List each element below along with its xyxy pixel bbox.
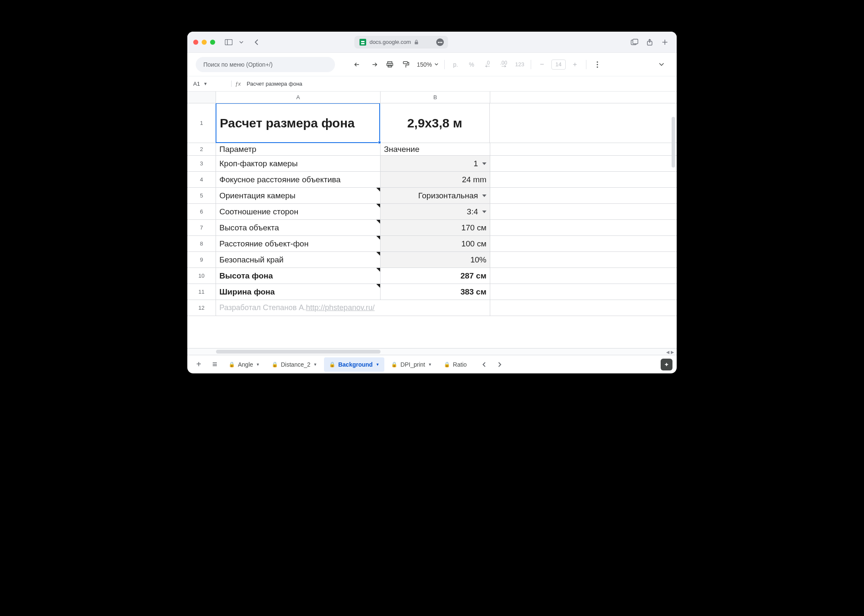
cell-A12[interactable]: Разработал Степанов А. http://phstepanov… xyxy=(216,300,490,316)
cell-A4[interactable]: Фокусное расстояние объектива xyxy=(216,172,381,187)
cell-A5[interactable]: Ориентация камеры xyxy=(216,188,381,203)
row-header[interactable]: 7 xyxy=(187,220,216,235)
chevron-down-icon[interactable] xyxy=(482,211,486,213)
select-all-corner[interactable] xyxy=(187,92,216,103)
tabs-overview-icon[interactable] xyxy=(629,37,640,48)
cell-B1[interactable]: 2,9x3,8 м xyxy=(380,103,490,143)
cell-A11[interactable]: Ширина фона xyxy=(216,284,381,300)
cell-B10[interactable]: 287 см xyxy=(381,268,490,284)
cell-B9[interactable]: 10% xyxy=(381,252,490,267)
percent-button[interactable]: % xyxy=(465,58,478,71)
new-tab-button[interactable] xyxy=(659,37,671,48)
row-header[interactable]: 1 xyxy=(187,103,216,143)
row-header[interactable]: 10 xyxy=(187,268,216,284)
font-size-decrease[interactable]: − xyxy=(535,58,549,71)
sheet-tab-background[interactable]: 🔒 Background ▼ xyxy=(324,357,385,372)
print-button[interactable] xyxy=(383,58,397,71)
chevron-down-icon[interactable] xyxy=(238,37,245,48)
scrollbar-thumb[interactable] xyxy=(216,350,381,354)
chevron-down-icon[interactable]: ▼ xyxy=(428,362,432,367)
vertical-scrollbar[interactable] xyxy=(672,116,676,340)
chevron-down-icon[interactable] xyxy=(482,162,486,165)
undo-button[interactable] xyxy=(351,58,364,71)
cell-B3[interactable]: 1 xyxy=(381,156,490,171)
scroll-arrows[interactable]: ◀ ▶ xyxy=(666,349,674,355)
sheet-tab-ratio[interactable]: 🔒 Ratio xyxy=(439,357,472,372)
column-header-B[interactable]: B xyxy=(381,92,490,103)
chevron-down-icon[interactable]: ▼ xyxy=(313,362,317,367)
row-header[interactable]: 5 xyxy=(187,188,216,203)
note-indicator-icon[interactable] xyxy=(376,204,380,208)
lock-icon: 🔒 xyxy=(444,362,450,367)
redo-button[interactable] xyxy=(367,58,381,71)
number-format-button[interactable]: 123 xyxy=(513,58,526,71)
close-window-button[interactable] xyxy=(193,40,198,45)
all-sheets-button[interactable]: ≡ xyxy=(208,357,222,372)
more-options-button[interactable] xyxy=(591,58,604,71)
add-sheet-button[interactable]: + xyxy=(192,357,206,372)
cell-A7[interactable]: Высота объекта xyxy=(216,220,381,235)
note-indicator-icon[interactable] xyxy=(376,284,380,288)
note-indicator-icon[interactable] xyxy=(376,268,380,272)
sheet-tab-dpi[interactable]: 🔒 DPI_print ▼ xyxy=(386,357,437,372)
scroll-tabs-right[interactable] xyxy=(493,357,507,372)
back-button[interactable] xyxy=(251,37,262,48)
cell-B7[interactable]: 170 см xyxy=(381,220,490,235)
fullscreen-window-button[interactable] xyxy=(210,40,215,45)
minimize-window-button[interactable] xyxy=(202,40,207,45)
row-header[interactable]: 2 xyxy=(187,143,216,155)
google-sheets-icon xyxy=(359,39,366,46)
scrollbar-thumb[interactable] xyxy=(672,117,675,168)
formula-content[interactable]: Расчет размера фона xyxy=(244,81,302,87)
row-header[interactable]: 9 xyxy=(187,252,216,267)
cell-A9[interactable]: Безопасный край xyxy=(216,252,381,267)
increase-decimal-button[interactable]: .00 xyxy=(497,58,510,71)
chevron-down-icon[interactable] xyxy=(482,195,486,197)
row-header[interactable]: 4 xyxy=(187,172,216,187)
zoom-selector[interactable]: 150% xyxy=(415,61,440,68)
row-header[interactable]: 6 xyxy=(187,204,216,219)
sheet-tab-distance[interactable]: 🔒 Distance_2 ▼ xyxy=(267,357,322,372)
note-indicator-icon[interactable] xyxy=(376,252,380,256)
cell-B5[interactable]: Горизонтальная xyxy=(381,188,490,203)
cell-A6[interactable]: Соотношение сторон xyxy=(216,204,381,219)
note-indicator-icon[interactable] xyxy=(376,220,380,224)
cell-B4[interactable]: 24 mm xyxy=(381,172,490,187)
note-indicator-icon[interactable] xyxy=(376,236,380,240)
cell-A2[interactable]: Параметр xyxy=(216,143,381,155)
cell-A10[interactable]: Высота фона xyxy=(216,268,381,284)
credit-link[interactable]: http://phstepanov.ru/ xyxy=(306,303,375,312)
sidebar-icon[interactable] xyxy=(223,37,235,48)
menu-search[interactable]: Поиск по меню (Option+/) xyxy=(196,57,335,72)
chevron-down-icon[interactable]: ▼ xyxy=(256,362,260,367)
address-bar[interactable]: docs.google.com ••• xyxy=(354,36,448,49)
collapse-toolbar-button[interactable] xyxy=(655,58,668,71)
reader-button[interactable]: ••• xyxy=(436,38,444,46)
cell-B8[interactable]: 100 см xyxy=(381,236,490,251)
row-header[interactable]: 3 xyxy=(187,156,216,171)
currency-button[interactable]: р. xyxy=(449,58,462,71)
cell-A1[interactable]: Расчет размера фона xyxy=(216,103,380,143)
horizontal-scrollbar[interactable]: ◀ ▶ xyxy=(187,348,677,355)
sheet-tab-angle[interactable]: 🔒 Angle ▼ xyxy=(224,357,265,372)
cell-B6[interactable]: 3:4 xyxy=(381,204,490,219)
column-header-A[interactable]: A xyxy=(216,92,381,103)
explore-button[interactable]: ✦ xyxy=(661,359,672,370)
font-size-increase[interactable]: + xyxy=(568,58,582,71)
share-icon[interactable] xyxy=(644,37,656,48)
cell-A3[interactable]: Кроп-фактор камеры xyxy=(216,156,381,171)
cell-B2[interactable]: Значение xyxy=(381,143,490,155)
name-box[interactable]: A1 ▼ xyxy=(192,81,229,87)
chevron-down-icon[interactable]: ▼ xyxy=(375,362,379,367)
note-indicator-icon[interactable] xyxy=(376,188,380,192)
row-header[interactable]: 11 xyxy=(187,284,216,300)
row-header[interactable]: 12 xyxy=(187,300,216,316)
cell-A8[interactable]: Расстояние объект-фон xyxy=(216,236,381,251)
scroll-tabs-left[interactable] xyxy=(477,357,491,372)
cell-B11[interactable]: 383 см xyxy=(381,284,490,300)
font-size-input[interactable]: 14 xyxy=(551,59,566,70)
paint-format-button[interactable] xyxy=(399,58,413,71)
selection-handle[interactable] xyxy=(378,141,381,144)
row-header[interactable]: 8 xyxy=(187,236,216,251)
decrease-decimal-button[interactable]: .0 xyxy=(481,58,494,71)
